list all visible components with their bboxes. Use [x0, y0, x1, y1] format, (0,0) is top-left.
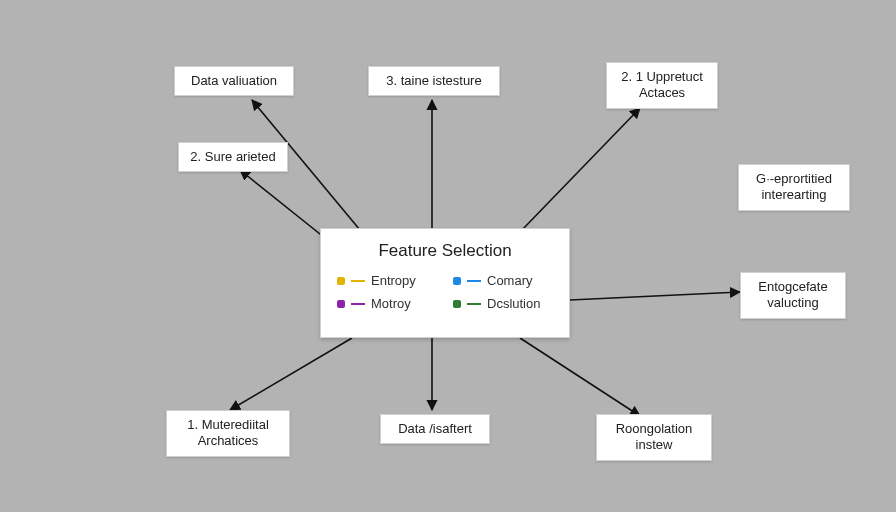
- node-entogcefate: Entogcefate valucting: [740, 272, 846, 319]
- arrow: [230, 338, 352, 410]
- legend-swatch: [453, 277, 461, 285]
- legend-item-dcslution: Dcslution: [453, 296, 553, 311]
- legend-swatch: [337, 277, 345, 285]
- legend: Entropy Comary Motroy Dcslution: [337, 273, 553, 311]
- center-title: Feature Selection: [337, 241, 553, 261]
- center-feature-selection: Feature Selection Entropy Comary Motroy …: [320, 228, 570, 338]
- legend-item-entropy: Entropy: [337, 273, 437, 288]
- node-data-valuation: Data valiuation: [174, 66, 294, 96]
- legend-label: Motroy: [371, 296, 411, 311]
- node-roongolation: Roongolation instew: [596, 414, 712, 461]
- legend-label: Comary: [487, 273, 533, 288]
- node-taine-istesture: 3. taine istesture: [368, 66, 500, 96]
- legend-label: Entropy: [371, 273, 416, 288]
- legend-dash: [467, 280, 481, 282]
- legend-swatch: [453, 300, 461, 308]
- arrow: [520, 108, 640, 232]
- node-sure-arieted: 2. Sure arieted: [178, 142, 288, 172]
- arrow: [520, 338, 640, 416]
- legend-label: Dcslution: [487, 296, 540, 311]
- node-data-isaftert: Data /isaftert: [380, 414, 490, 444]
- arrow: [570, 292, 740, 300]
- legend-dash: [351, 280, 365, 282]
- node-uppretuct-actaces: 2. 1 Uppretuct Actaces: [606, 62, 718, 109]
- legend-dash: [351, 303, 365, 305]
- legend-item-motroy: Motroy: [337, 296, 437, 311]
- diagram-canvas: Data valiuation 3. taine istesture 2. 1 …: [0, 0, 896, 512]
- node-muterediital: 1. Muterediital Archatices: [166, 410, 290, 457]
- legend-item-comary: Comary: [453, 273, 553, 288]
- legend-dash: [467, 303, 481, 305]
- node-eprortitied: G·-eprortitied interearting: [738, 164, 850, 211]
- legend-swatch: [337, 300, 345, 308]
